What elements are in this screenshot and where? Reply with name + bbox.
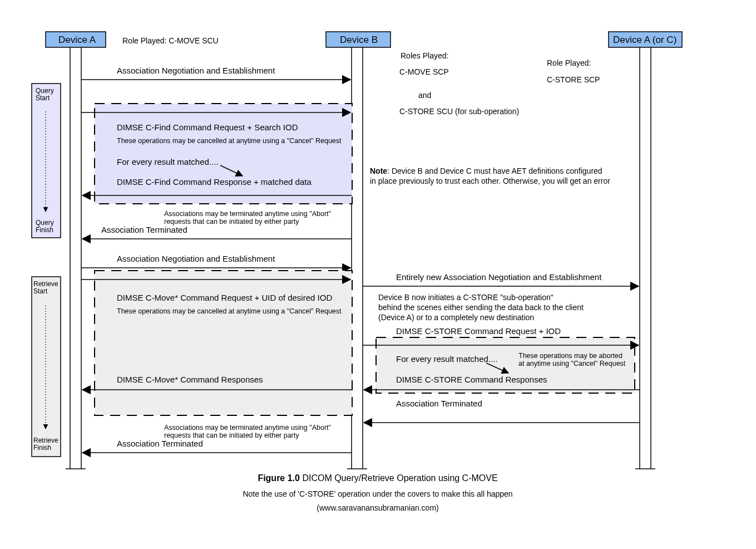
- cstore-cancel-note: These operations may be aborted at anyti…: [518, 352, 626, 367]
- abort-note-2: Associations may be terminated anytime u…: [164, 424, 331, 439]
- svg-text:(www.saravanansubramanian.com): (www.saravanansubramanian.com): [317, 503, 438, 512]
- svg-text:Note: Device B and Device C mu: Note: Device B and Device C must have AE…: [370, 166, 602, 175]
- svg-text:Start: Start: [33, 287, 48, 295]
- phase-query: Query Start Query Finish: [32, 84, 61, 238]
- svg-text:in place previously to trust e: in place previously to trust each other.…: [370, 177, 610, 185]
- svg-text:DIMSE C-STORE Command Response: DIMSE C-STORE Command Responses: [396, 375, 547, 384]
- svg-rect-45: [95, 271, 352, 415]
- svg-text:Device A (or C): Device A (or C): [613, 35, 676, 45]
- svg-rect-27: [32, 277, 61, 457]
- svg-text:requests that can be initiated: requests that can be initiated by either…: [164, 218, 299, 226]
- cmove-cancel-note: These operations may be cancelled at any…: [117, 307, 342, 315]
- svg-text:Entirely new Association Negot: Entirely new Association Negotiation and…: [396, 272, 602, 282]
- svg-text:and: and: [418, 91, 431, 100]
- role-right: Role Played: C-STORE SCP: [547, 58, 600, 84]
- participant-device-a: Device A: [46, 32, 106, 47]
- svg-text:Query: Query: [36, 87, 54, 95]
- role-center: Roles Played: C-MOVE SCP and C-STORE SCU…: [399, 51, 519, 116]
- svg-text:Retrieve: Retrieve: [33, 280, 58, 288]
- svg-text:Query: Query: [36, 219, 54, 227]
- svg-text:Start: Start: [36, 94, 50, 102]
- svg-text:Roles Played:: Roles Played:: [401, 51, 448, 60]
- svg-text:behind the scenes either sendi: behind the scenes either sending the dat…: [378, 303, 584, 312]
- svg-text:C-MOVE SCP: C-MOVE SCP: [399, 67, 449, 76]
- lifeline-device-a: [66, 47, 86, 469]
- cfind-block: [95, 104, 352, 204]
- svg-text:Associations may be terminated: Associations may be terminated anytime u…: [164, 424, 331, 432]
- svg-text:requests that can be initiated: requests that can be initiated by either…: [164, 432, 299, 439]
- svg-text:Associations may be terminated: Associations may be terminated anytime u…: [164, 210, 331, 218]
- svg-rect-21: [32, 84, 61, 238]
- participant-device-b: Device B: [326, 32, 391, 47]
- svg-text:Finish: Finish: [36, 226, 53, 234]
- svg-text:Figure 1.0 DICOM Query/Retriev: Figure 1.0 DICOM Query/Retrieve Operatio…: [258, 473, 497, 483]
- phase-retrieve: Retrieve Start Retrieve Finish: [32, 277, 61, 457]
- cmove-block: [95, 271, 352, 415]
- svg-text:(Device A) or to a completely : (Device A) or to a completely new destin…: [378, 313, 534, 322]
- role-left: Role Played: C-MOVE SCU: [122, 36, 219, 45]
- svg-text:Device B: Device B: [340, 35, 378, 45]
- svg-text:at anytime using "Cancel" Requ: at anytime using "Cancel" Request: [518, 360, 626, 367]
- svg-text:Device A: Device A: [58, 35, 96, 45]
- svg-text:Association Terminated: Association Terminated: [117, 439, 203, 448]
- svg-text:Device B now initiates a C-STO: Device B now initiates a C-STORE "sub-op…: [378, 293, 554, 302]
- msg-assoc-term-right: Association Terminated: [364, 399, 640, 423]
- svg-text:Association Terminated: Association Terminated: [101, 225, 187, 234]
- svg-rect-35: [95, 104, 352, 204]
- svg-text:Association Negotiation and Es: Association Negotiation and Establishmen…: [117, 66, 275, 75]
- svg-text:C-STORE SCP: C-STORE SCP: [547, 75, 600, 84]
- msg-assoc-est-2: Association Negotiation and Establishmen…: [81, 254, 350, 268]
- lifeline-device-a-or-c: [635, 47, 655, 469]
- svg-text:These operations may be aborte: These operations may be aborted: [518, 352, 622, 360]
- cmove-resp-label: DIMSE C-Move* Command Responses: [117, 375, 263, 384]
- msg-assoc-term-2: Association Terminated: [82, 439, 352, 453]
- cmove-req-label: DIMSE C-Move* Command Request + UID of d…: [117, 293, 332, 302]
- msg-new-assoc: Entirely new Association Negotiation and…: [363, 272, 639, 286]
- abort-note-1: Associations may be terminated anytime u…: [164, 210, 331, 226]
- participant-device-a-or-c: Device A (or C): [609, 32, 682, 47]
- svg-text:Finish: Finish: [33, 444, 51, 452]
- svg-text:Note the use of 'C-STORE' oper: Note the use of 'C-STORE' operation unde…: [243, 489, 512, 498]
- svg-text:Retrieve: Retrieve: [33, 437, 58, 444]
- sub-op-note: Device B now initiates a C-STORE "sub-op…: [378, 293, 584, 322]
- cfind-req-label: DIMSE C-Find Command Request + Search IO…: [117, 122, 298, 132]
- svg-text:Association Terminated: Association Terminated: [396, 399, 482, 408]
- svg-text:Role Played:: Role Played:: [547, 58, 591, 67]
- svg-text:DIMSE C-STORE Command Request : DIMSE C-STORE Command Request + IOD: [396, 326, 561, 336]
- svg-text:Association Negotiation and Es: Association Negotiation and Establishmen…: [117, 254, 275, 263]
- svg-text:C-STORE SCU (for sub-operation: C-STORE SCU (for sub-operation): [399, 107, 519, 116]
- cfind-cancel-note: These operations may be cancelled at any…: [117, 137, 342, 145]
- cfind-resp-label: DIMSE C-Find Command Response + matched …: [117, 177, 312, 187]
- cfind-for-every: For every result matched....: [117, 157, 219, 166]
- figure-caption: Figure 1.0 DICOM Query/Retrieve Operatio…: [243, 473, 512, 512]
- msg-assoc-term-1: Association Terminated: [82, 225, 352, 239]
- msg-assoc-est-1: Association Negotiation and Establishmen…: [81, 66, 350, 80]
- side-note: Note: Device B and Device C must have AE…: [370, 166, 610, 185]
- cstore-for-every: For every result matched....: [396, 354, 498, 364]
- sequence-diagram: Device A Device B Device A (or C) Role P…: [0, 0, 756, 549]
